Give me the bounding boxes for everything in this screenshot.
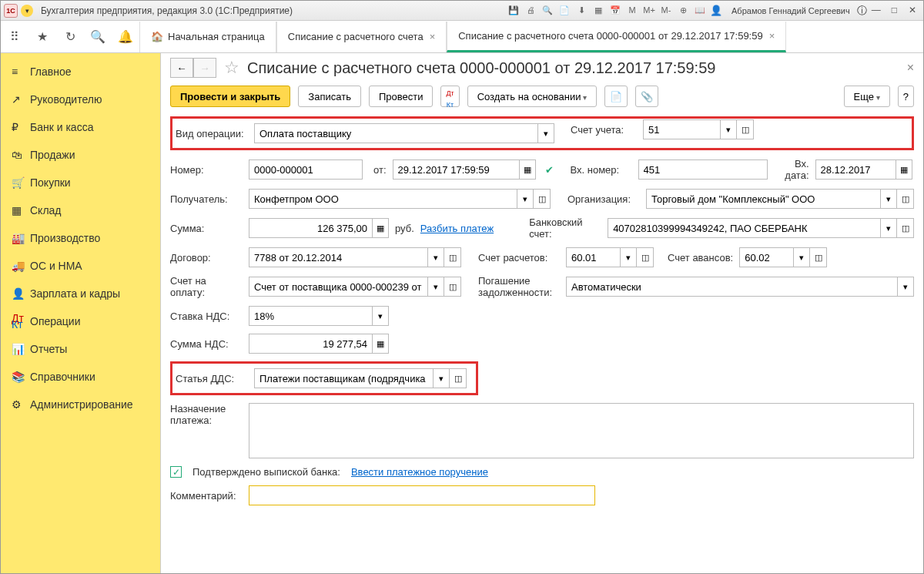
sidebar-item-assets[interactable]: 🚚ОС и НМА [1,252,160,280]
dropdown-button[interactable]: ▾ [427,247,444,267]
bank-input[interactable] [608,218,880,238]
op-type-input[interactable] [254,123,537,143]
debt-input[interactable] [566,277,897,297]
dropdown-button[interactable]: ▾ [517,189,534,209]
apps-icon[interactable]: ⠿ [1,29,28,44]
save-button[interactable]: Записать [298,86,361,107]
vat-sum-input[interactable] [249,334,372,354]
org-input[interactable] [646,189,880,209]
attach-button[interactable]: 📎 [635,86,658,107]
in-number-input[interactable] [638,159,768,180]
post-and-close-button[interactable]: Провести и закрыть [170,86,290,107]
back-button[interactable]: ← [170,58,193,78]
dropdown-button[interactable]: ▾ [620,247,637,267]
calc-icon[interactable]: ▦ [591,5,605,17]
close-button[interactable]: ✕ [905,5,920,17]
open-button[interactable]: ◫ [450,368,467,388]
calendar-icon[interactable]: 📅 [608,5,622,17]
favorites-icon[interactable]: ★ [28,29,56,44]
search-icon[interactable]: 🔍 [541,5,554,17]
account-input[interactable] [643,119,720,139]
open-button[interactable]: ◫ [737,119,754,139]
split-payment-link[interactable]: Разбить платеж [420,223,494,234]
download-icon[interactable]: ⬇ [574,5,588,17]
current-user[interactable]: Абрамов Геннадий Сергеевич [732,6,850,15]
enter-order-link[interactable]: Ввести платежное поручение [351,466,488,478]
dropdown-button[interactable]: ▾ [880,189,897,209]
dropdown-button[interactable]: ▾ [720,119,737,139]
minimize-button[interactable]: — [869,5,884,17]
calendar-button[interactable]: ▦ [896,159,912,180]
advance-acc-input[interactable] [739,247,793,267]
open-button[interactable]: ◫ [444,247,461,267]
forward-button[interactable]: → [193,58,216,78]
invoice-input[interactable] [249,277,427,297]
m-icon[interactable]: M [625,5,639,17]
dds-input[interactable] [254,368,433,388]
sidebar-item-sales[interactable]: 🛍Продажи [1,141,160,169]
app-menu-dropdown[interactable]: ▾ [21,5,33,17]
help-button[interactable]: ? [898,86,914,107]
m-minus-icon[interactable]: M- [659,5,673,17]
sidebar-item-hr[interactable]: 👤Зарплата и кадры [1,280,160,307]
close-icon[interactable]: × [430,31,436,42]
sidebar-item-warehouse[interactable]: ▦Склад [1,196,160,224]
open-button[interactable]: ◫ [637,247,654,267]
sum-input[interactable] [249,218,372,238]
post-button[interactable]: Провести [369,86,434,107]
sidebar-item-purchases[interactable]: 🛒Покупки [1,169,160,196]
open-button[interactable]: ◫ [534,189,551,209]
dropdown-button[interactable]: ▾ [897,277,914,297]
calendar-button[interactable]: ▦ [519,159,536,180]
recipient-input[interactable] [249,189,517,209]
settle-acc-input[interactable] [566,247,620,267]
history-icon[interactable]: ↻ [56,29,84,44]
open-button[interactable]: ◫ [897,218,914,238]
doc-button[interactable]: 📄 [604,86,628,107]
contract-input[interactable] [249,247,427,267]
calc-button[interactable]: ▦ [372,334,389,354]
save-icon[interactable]: 💾 [507,5,521,17]
sidebar-item-production[interactable]: 🏭Производство [1,224,160,252]
dropdown-button[interactable]: ▾ [880,218,897,238]
favorite-star-icon[interactable]: ☆ [224,58,239,78]
sidebar-item-admin[interactable]: ⚙Администрирование [1,391,160,418]
calc-button[interactable]: ▦ [372,218,389,238]
zoom-icon[interactable]: ⊕ [676,5,690,17]
tab-writeoff-list[interactable]: Списание с расчетного счета × [276,22,447,52]
m-plus-icon[interactable]: M+ [642,5,656,17]
date-input[interactable] [393,159,519,180]
notifications-icon[interactable]: 🔔 [112,29,139,44]
dropdown-button[interactable]: ▾ [433,368,450,388]
sidebar-item-reports[interactable]: 📊Отчеты [1,335,160,363]
sidebar-item-main[interactable]: ≡Главное [1,58,160,86]
create-based-button[interactable]: Создать на основании [467,86,598,107]
print-icon[interactable]: 🖨 [524,5,537,17]
sidebar-item-refs[interactable]: 📚Справочники [1,363,160,391]
linked-icon[interactable]: ✔ [545,164,554,176]
tab-writeoff-doc[interactable]: Списание с расчетного счета 0000-000001 … [447,22,786,52]
confirmed-checkbox[interactable]: ✓ [170,466,182,478]
dropdown-button[interactable]: ▾ [372,306,389,326]
open-button[interactable]: ◫ [444,277,461,297]
maximize-button[interactable]: □ [886,5,902,17]
dropdown-button[interactable]: ▾ [537,123,554,143]
doc-icon[interactable]: 📄 [557,5,571,17]
info-icon[interactable]: ⓘ [856,4,869,18]
number-input[interactable] [249,159,363,180]
open-button[interactable]: ◫ [897,189,914,209]
sidebar-item-operations[interactable]: ДтКтОперации [1,307,160,335]
dropdown-button[interactable]: ▾ [793,247,810,267]
comment-input[interactable] [249,485,595,505]
vat-rate-input[interactable] [249,306,372,326]
dropdown-button[interactable]: ▾ [427,277,444,297]
tab-home[interactable]: 🏠 Начальная страница [139,22,276,52]
search-toolbar-icon[interactable]: 🔍 [84,29,112,44]
dtkt-button[interactable]: ДтКт [440,86,459,107]
close-icon[interactable]: × [769,30,775,42]
in-date-input[interactable] [815,159,896,180]
sidebar-item-manager[interactable]: ↗Руководителю [1,86,160,113]
purpose-input[interactable] [249,403,914,458]
more-button[interactable]: Еще [844,86,890,107]
close-page-icon[interactable]: × [907,61,914,75]
